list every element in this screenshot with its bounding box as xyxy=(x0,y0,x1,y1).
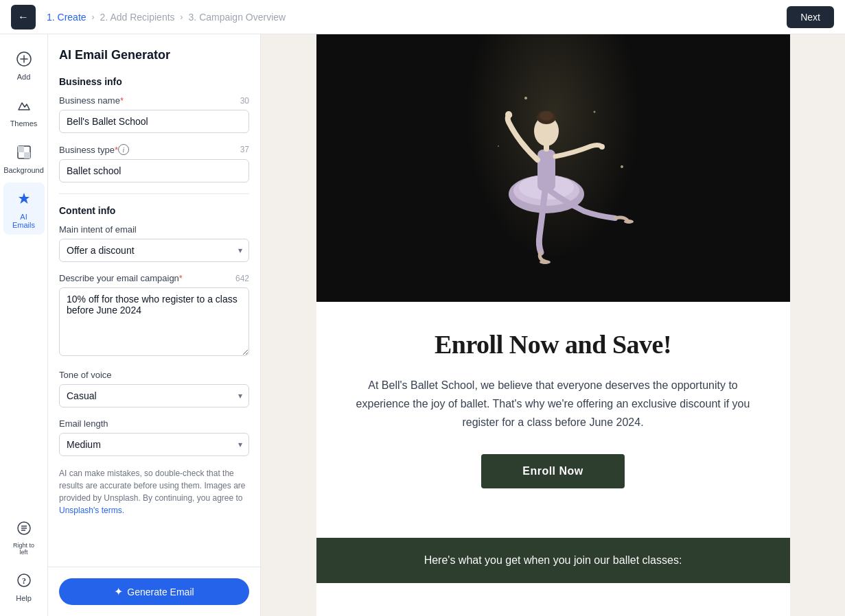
panel: AI Email Generator Business info Busines… xyxy=(48,34,261,616)
sidebar-item-background[interactable]: Background xyxy=(3,136,45,180)
sidebar-item-rtl[interactable]: Right to left xyxy=(3,512,45,561)
add-icon xyxy=(13,48,35,70)
campaign-desc-textarea[interactable]: 10% off for those who register to a clas… xyxy=(59,287,249,356)
step-3[interactable]: 3. Campaign Overview xyxy=(189,12,286,23)
email-headline: Enroll Now and Save! xyxy=(351,329,756,359)
length-field-group: Email length Short Medium Long ▾ xyxy=(59,418,249,456)
business-type-label: Business type * i 37 xyxy=(59,144,249,155)
svg-point-24 xyxy=(524,97,527,99)
tone-field-group: Tone of voice Casual Professional Friend… xyxy=(59,370,249,407)
length-select-wrapper: Short Medium Long ▾ xyxy=(59,433,249,456)
svg-rect-15 xyxy=(537,150,555,191)
enroll-button-wrap: Enroll Now xyxy=(351,454,756,488)
footer-banner-text: Here's what you get when you join our ba… xyxy=(344,554,763,567)
sidebar-item-themes-label: Themes xyxy=(10,119,38,128)
tone-select-wrapper: Casual Professional Friendly Formal ▾ xyxy=(59,384,249,407)
icon-sidebar: Add Themes Background xyxy=(0,34,48,616)
tone-select[interactable]: Casual Professional Friendly Formal xyxy=(59,384,249,407)
generate-sparkle-icon: ✦ xyxy=(114,585,123,598)
sidebar-item-background-label: Background xyxy=(3,166,44,174)
sidebar-item-rtl-label: Right to left xyxy=(9,542,39,556)
panel-footer: ✦ Generate Email xyxy=(48,567,260,616)
top-nav: ← 1. Create › 2. Add Recipients › 3. Cam… xyxy=(0,0,845,34)
back-button[interactable]: ← xyxy=(11,5,36,29)
business-name-field-group: Business name * 30 xyxy=(59,95,249,133)
email-intent-select[interactable]: Offer a discount Promote a product Share… xyxy=(59,239,249,262)
nav-next-button[interactable]: Next xyxy=(787,6,834,28)
background-icon xyxy=(13,141,35,163)
sidebar-item-help[interactable]: ? Help xyxy=(3,564,45,608)
business-name-required: * xyxy=(120,95,124,106)
business-type-info-icon: i xyxy=(118,144,129,155)
business-info-section: Business info xyxy=(59,76,249,87)
svg-point-27 xyxy=(621,165,623,168)
step-arrow-2: › xyxy=(181,12,183,22)
campaign-desc-char-count: 642 xyxy=(235,274,249,283)
svg-point-23 xyxy=(624,220,634,224)
steps: 1. Create › 2. Add Recipients › 3. Campa… xyxy=(47,12,286,23)
email-hero-image xyxy=(316,34,790,302)
business-name-char-count: 30 xyxy=(240,96,249,106)
svg-point-20 xyxy=(505,111,512,118)
campaign-desc-required: * xyxy=(179,273,183,283)
unsplash-link[interactable]: Unsplash's terms. xyxy=(59,506,124,515)
help-icon: ? xyxy=(13,569,35,591)
svg-rect-4 xyxy=(18,146,24,152)
business-type-field-group: Business type * i 37 xyxy=(59,144,249,182)
panel-title: AI Email Generator xyxy=(59,48,249,62)
email-intent-field-group: Main intent of email Offer a discount Pr… xyxy=(59,224,249,262)
email-preview: Enroll Now and Save! At Bell's Ballet Sc… xyxy=(316,34,790,616)
email-intent-label: Main intent of email xyxy=(59,224,249,235)
step-1[interactable]: 1. Create xyxy=(47,12,86,23)
email-intent-select-wrapper: Offer a discount Promote a product Share… xyxy=(59,239,249,262)
sidebar-item-themes[interactable]: Themes xyxy=(3,89,45,133)
svg-rect-5 xyxy=(24,152,30,158)
sidebar-item-help-label: Help xyxy=(16,594,32,602)
business-name-input[interactable] xyxy=(59,110,249,133)
svg-point-21 xyxy=(599,144,605,150)
enroll-now-button[interactable]: Enroll Now xyxy=(481,454,625,488)
email-preview-area: Enroll Now and Save! At Bell's Ballet Sc… xyxy=(261,34,845,616)
sidebar-item-ai-emails-label: AI Emails xyxy=(9,213,39,229)
rtl-icon xyxy=(13,517,35,539)
sidebar-item-add-label: Add xyxy=(17,73,31,81)
business-type-char-count: 37 xyxy=(240,145,249,154)
dancer-figure xyxy=(457,43,649,293)
business-type-input[interactable] xyxy=(59,159,249,182)
campaign-desc-field-group: Describe your email campaign * 642 10% o… xyxy=(59,273,249,359)
main-layout: Add Themes Background xyxy=(0,34,845,616)
themes-icon xyxy=(13,95,35,117)
generate-email-button[interactable]: ✦ Generate Email xyxy=(59,578,249,605)
sidebar-item-ai-emails[interactable]: AI Emails xyxy=(3,182,45,235)
step-2[interactable]: 2. Add Recipients xyxy=(100,12,175,23)
svg-point-25 xyxy=(593,111,595,113)
svg-point-22 xyxy=(540,260,551,264)
step-arrow-1: › xyxy=(92,12,95,22)
content-info-section: Content info xyxy=(59,205,249,216)
svg-text:?: ? xyxy=(22,576,26,586)
email-body: Enroll Now and Save! At Bell's Ballet Sc… xyxy=(316,302,790,538)
ai-emails-icon xyxy=(13,188,35,210)
svg-point-19 xyxy=(540,111,553,121)
length-select[interactable]: Short Medium Long xyxy=(59,433,249,456)
tone-label: Tone of voice xyxy=(59,370,249,380)
campaign-desc-label: Describe your email campaign * 642 xyxy=(59,273,249,283)
email-body-text: At Bell's Ballet School, we believe that… xyxy=(351,376,756,432)
sidebar-item-add[interactable]: Add xyxy=(3,43,45,86)
svg-point-26 xyxy=(498,145,499,147)
email-footer-banner: Here's what you get when you join our ba… xyxy=(316,538,790,583)
length-label: Email length xyxy=(59,418,249,429)
disclaimer-text: AI can make mistakes, so double-check th… xyxy=(59,467,249,517)
business-name-label: Business name * 30 xyxy=(59,95,249,106)
